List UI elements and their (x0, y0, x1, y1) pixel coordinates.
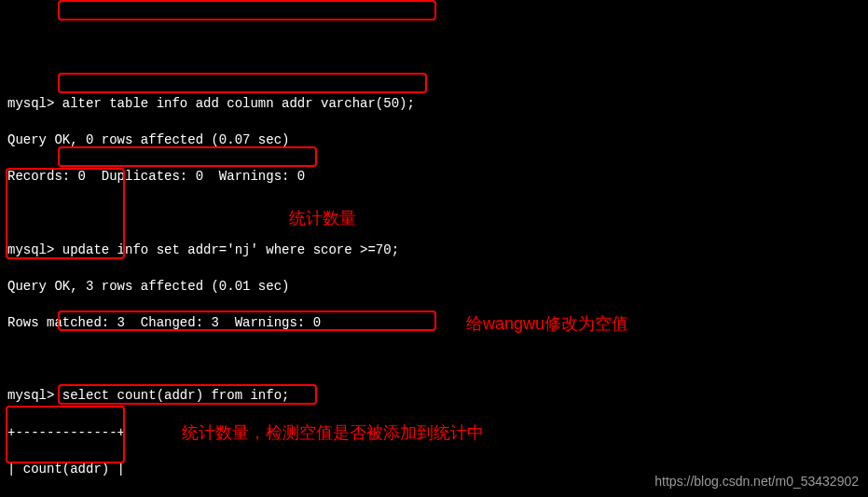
mysql-prompt: mysql> (7, 96, 62, 111)
annotation-set-empty: 给wangwu修改为空值 (466, 312, 628, 336)
watermark-text: https://blog.csdn.net/m0_53432902 (654, 473, 859, 491)
blank-line (7, 205, 861, 224)
annotation-count-2: 统计数量，检测空值是否被添加到统计中 (182, 421, 484, 445)
mysql-prompt: mysql> (7, 388, 62, 403)
annotation-count-1: 统计数量 (289, 207, 356, 230)
terminal-output: Query OK, 0 rows affected (0.07 sec) (7, 131, 861, 150)
terminal-line: mysql> select count(addr) from info; (7, 387, 861, 406)
terminal-line: mysql> update info set addr='nj' where s… (7, 242, 861, 260)
terminal-output: Records: 0 Duplicates: 0 Warnings: 0 (7, 168, 861, 186)
terminal-output: Query OK, 3 rows affected (0.01 sec) (7, 278, 861, 297)
highlight-box-cmd2 (58, 73, 427, 93)
highlight-box-cmd1 (58, 0, 436, 21)
sql-command: update info set addr='nj' where score >=… (62, 242, 399, 257)
terminal-line: mysql> alter table info add column addr … (7, 95, 861, 114)
blank-line (7, 351, 861, 369)
mysql-prompt: mysql> (7, 242, 62, 257)
terminal-output: Rows matched: 3 Changed: 3 Warnings: 0 (7, 314, 861, 333)
sql-command: select count(addr) from info; (62, 388, 290, 403)
sql-command: alter table info add column addr varchar… (62, 96, 415, 111)
